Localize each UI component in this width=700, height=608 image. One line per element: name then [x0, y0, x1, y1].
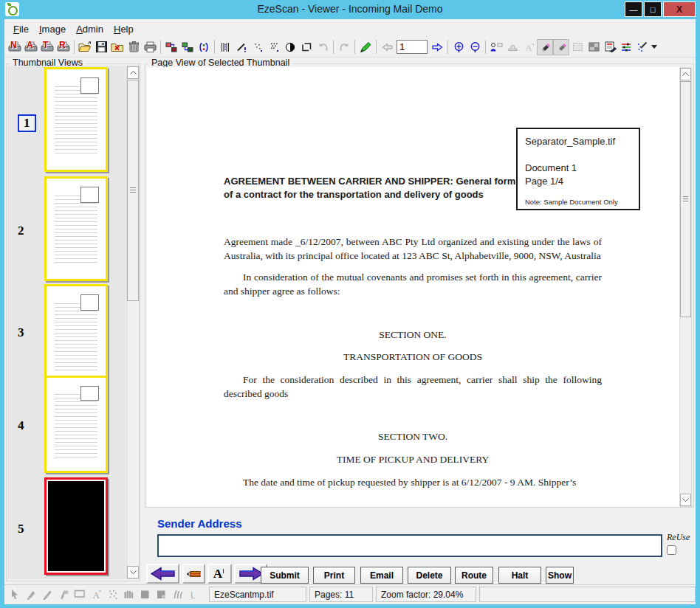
scan-append-icon[interactable]: A — [23, 39, 39, 55]
scan-insert-icon[interactable]: T — [39, 39, 55, 55]
magic-wand-icon[interactable] — [634, 39, 651, 55]
remove-lines-icon[interactable] — [217, 39, 233, 55]
pointer-tool-icon — [7, 587, 22, 601]
thumbnail-page-3[interactable] — [44, 284, 108, 389]
maximize-button[interactable]: □ — [644, 1, 662, 17]
scrollbar-thumb[interactable] — [680, 81, 691, 317]
pencil-edit-button[interactable] — [182, 564, 205, 584]
rotate-pages-icon[interactable] — [196, 39, 212, 55]
print-icon[interactable] — [142, 39, 158, 55]
pencil-tool-icon — [40, 587, 55, 601]
thumbnail-page-2[interactable] — [44, 176, 108, 281]
letter-a-icon: A — [213, 567, 222, 580]
print-button[interactable]: Print — [313, 567, 355, 584]
menu-help[interactable]: Help — [109, 22, 140, 36]
route-button[interactable]: Route — [455, 567, 493, 584]
email-button[interactable]: Email — [360, 567, 403, 584]
zoom-out-icon[interactable] — [467, 39, 483, 55]
delete-file-icon[interactable] — [109, 39, 126, 55]
next-page-icon[interactable] — [429, 39, 445, 55]
marker-alt-icon[interactable] — [553, 39, 569, 55]
document-paragraph: In consideration of the mutual covenants… — [224, 271, 602, 299]
document-section: SECTION TWO. — [224, 430, 602, 444]
save-icon[interactable] — [93, 39, 109, 55]
separator-note: Note: Sample Document Only — [525, 198, 631, 206]
note-icon[interactable] — [602, 39, 618, 55]
thumbnail-page-5[interactable] — [44, 477, 108, 575]
hand-tool-icon — [56, 587, 71, 601]
contrast-icon[interactable] — [282, 39, 298, 55]
status-filename: EzeScantmp.tif — [209, 587, 306, 602]
menu-file[interactable]: File — [9, 22, 35, 36]
rect-tool-icon — [72, 587, 87, 601]
crop-icon[interactable] — [298, 39, 315, 55]
close-button[interactable]: X — [663, 1, 696, 17]
thumbnail-number: 5 — [18, 522, 24, 536]
text-annotation-icon: A — [521, 39, 537, 55]
grip-tool-icon — [121, 587, 136, 601]
status-zoom: Zoom factor: 29.04% — [376, 587, 476, 602]
open-icon[interactable] — [77, 39, 93, 55]
submit-button[interactable]: Submit — [261, 567, 309, 584]
thumbnail-page-1[interactable] — [44, 67, 108, 172]
thumbnail-number: 2 — [18, 224, 24, 238]
sender-address-input[interactable] — [157, 534, 662, 557]
minimize-button[interactable]: — — [625, 1, 642, 17]
separator-stamp-box: Separator_Sample.tif Document 1 Page 1/4… — [516, 128, 640, 210]
separator-page: Page 1/4 — [525, 175, 631, 188]
window-title: EzeScan - Viewer - Incoming Mail Demo — [0, 3, 700, 15]
despeckle-heavy-icon[interactable] — [266, 39, 282, 55]
svg-text:L: L — [191, 590, 196, 600]
deskew-icon[interactable] — [233, 39, 250, 55]
scroll-down-icon[interactable] — [680, 494, 691, 506]
dropdown-arrow-icon[interactable] — [651, 39, 658, 55]
show-button[interactable]: Show — [546, 567, 574, 584]
separator-document: Document 1 — [525, 162, 631, 175]
scroll-up-icon[interactable] — [680, 68, 691, 80]
document-paragraph: The date and time of pickup requested by… — [224, 476, 602, 490]
zoom-in-icon[interactable] — [450, 39, 467, 55]
page-view-panel-label: Page View of Selected Thumbnail — [148, 58, 292, 68]
thumbnail-number: 4 — [18, 418, 24, 433]
marker-icon[interactable] — [537, 39, 553, 55]
reuse-checkbox[interactable] — [667, 545, 676, 555]
scrollbar-thumb[interactable] — [127, 80, 139, 301]
dither-icon[interactable] — [586, 39, 602, 55]
scroll-down-icon[interactable] — [127, 566, 139, 578]
text-tool-icon: A — [89, 587, 103, 601]
title-bar: EzeScan - Viewer - Incoming Mail Demo — … — [0, 0, 700, 19]
stamp-user-icon[interactable] — [488, 39, 504, 55]
prev-field-button[interactable] — [146, 564, 179, 584]
page-number-input[interactable] — [397, 40, 428, 54]
thumbnail-scrollbar[interactable] — [126, 66, 140, 579]
levels-icon[interactable] — [618, 39, 634, 55]
menu-admin[interactable]: Admin — [72, 22, 109, 36]
highlighter-icon[interactable] — [357, 39, 374, 55]
halt-button[interactable]: Halt — [498, 567, 541, 584]
document-section-title: TRANSPORTATION OF GOODS — [224, 350, 602, 365]
scan-replace-icon[interactable]: R — [55, 39, 72, 55]
redo-icon — [336, 39, 352, 55]
document-paragraph: Agreement made _6/12/2007, between ABC P… — [224, 235, 602, 263]
sender-address-label: Sender Address — [157, 517, 242, 530]
trash-icon[interactable] — [126, 39, 142, 55]
scroll-up-icon[interactable] — [127, 66, 139, 79]
document-heading: AGREEMENT BETWEEN CARRIER AND SHIPPER: G… — [224, 175, 519, 201]
menu-image[interactable]: Image — [35, 22, 72, 36]
thumbnail-page-4[interactable] — [44, 376, 108, 473]
insert-page-after-icon[interactable] — [179, 39, 196, 55]
document-page[interactable]: Separator_Sample.tif Document 1 Page 1/4… — [147, 67, 680, 507]
thumbnail-panel: Thumbnail Views 1 2 3 4 5 — [6, 63, 140, 581]
fill-tool-icon — [137, 587, 152, 601]
delete-button[interactable]: Delete — [408, 567, 451, 584]
toolbar: N A T R — [4, 37, 696, 58]
pen-tool-icon — [24, 587, 38, 601]
page-scrollbar[interactable] — [679, 67, 692, 507]
despeckle-light-icon[interactable] — [250, 39, 266, 55]
text-tool-button[interactable]: A — [207, 564, 232, 584]
document-paragraph: For the consideration described in this … — [224, 373, 602, 401]
document-body: Agreement made _6/12/2007, between ABC P… — [224, 235, 602, 490]
scan-new-icon[interactable]: N — [7, 39, 23, 55]
insert-page-before-icon[interactable] — [163, 39, 179, 55]
status-bar: A L EzeScantmp.tif Pages: 11 Zoom factor… — [4, 584, 696, 604]
